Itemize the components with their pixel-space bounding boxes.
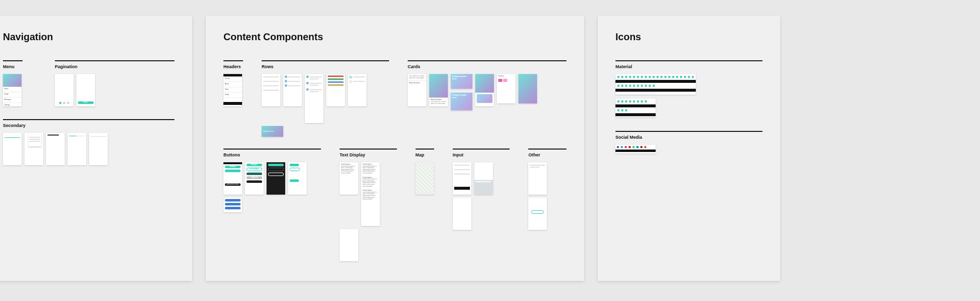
- thumb-rows-header-gradient[interactable]: Header Text: [262, 126, 283, 137]
- thumb-pagination-dots[interactable]: [55, 74, 74, 106]
- section-secondary: Secondary: [3, 119, 174, 165]
- thumb-text-3[interactable]: [340, 229, 358, 261]
- thumb-buttons-2[interactable]: PRIMARYSECONDARYDISABLED: [245, 162, 264, 195]
- thumb-pagination-button[interactable]: NEXT: [76, 74, 95, 106]
- panel-title-content: Content Components: [223, 31, 566, 43]
- thumb-buttons-dark[interactable]: [267, 162, 285, 195]
- thumb-rows-list[interactable]: [262, 74, 280, 106]
- thumb-rows-radio[interactable]: [348, 74, 367, 106]
- thumb-card-overlay[interactable]: [475, 74, 494, 106]
- thumb-secondary-1[interactable]: [3, 133, 22, 165]
- thumb-headers[interactable]: Section About Inbox Profile: [223, 74, 242, 106]
- thumb-buttons-pill[interactable]: [288, 162, 307, 195]
- section-pagination: Pagination NEXT: [55, 60, 174, 106]
- section-buttons: Buttons PRIMARYLINK WITH ICON » PRIMARYS…: [223, 149, 321, 212]
- section-material: Material: [615, 60, 762, 117]
- thumb-rows-colored[interactable]: [326, 74, 345, 106]
- thumb-rows-detail[interactable]: [305, 74, 323, 123]
- panel-content: Content Components Headers Section About…: [206, 16, 584, 281]
- section-label-menu: Menu: [3, 64, 23, 69]
- panel-title-icons: Icons: [615, 31, 762, 43]
- thumb-social[interactable]: [615, 145, 656, 153]
- thumb-card-gradient[interactable]: [518, 74, 537, 103]
- thumb-card-header-1[interactable]: A larger header here.: [451, 74, 472, 89]
- section-cards: Cards Your text here; use this space for…: [408, 60, 566, 110]
- thumb-card-text[interactable]: Your text here; use this space for a des…: [408, 74, 426, 106]
- thumb-card-image[interactable]: Name SurnameYour text here; use this spa…: [429, 74, 448, 106]
- thumb-input-blank[interactable]: [453, 198, 471, 230]
- thumb-secondary-4[interactable]: [68, 133, 86, 165]
- section-text: Text Display Lorem IpsumLorem ipsum dolo…: [340, 149, 397, 261]
- section-headers: Headers Section About Inbox Profile: [223, 60, 243, 106]
- thumb-card-preview[interactable]: Preview: [497, 74, 515, 103]
- section-map: Map: [416, 149, 434, 195]
- thumb-secondary-3[interactable]: [46, 133, 65, 165]
- thumb-menu[interactable]: Home Profile Messages Settings: [3, 74, 22, 106]
- thumb-buttons-blue[interactable]: [223, 198, 242, 212]
- thumb-secondary-5[interactable]: [89, 133, 108, 165]
- section-rows: Rows Header Text: [262, 60, 389, 137]
- thumb-other-2[interactable]: [528, 198, 547, 230]
- thumb-material-large[interactable]: [615, 74, 696, 95]
- thumb-text-2[interactable]: Lorem IpsumLorem ipsum dolor sit amet, c…: [361, 162, 380, 226]
- thumb-material-small[interactable]: [615, 99, 656, 117]
- section-label-pagination: Pagination: [55, 64, 174, 69]
- thumb-map[interactable]: [416, 162, 434, 195]
- thumb-input-form[interactable]: [453, 162, 471, 195]
- section-label-secondary: Secondary: [3, 123, 174, 128]
- thumb-text-1[interactable]: Lorem IpsumLorem ipsum dolor sit amet, c…: [340, 162, 358, 195]
- thumb-other-1[interactable]: [528, 162, 547, 195]
- section-other: Other: [528, 149, 566, 230]
- thumb-buttons-1[interactable]: PRIMARYLINK WITH ICON »: [223, 162, 242, 195]
- panel-navigation: Navigation Menu Home Profile Messages Se…: [0, 16, 192, 281]
- thumb-rows-avatar[interactable]: [283, 74, 302, 106]
- panel-title-navigation: Navigation: [3, 31, 174, 43]
- section-input: Input: [453, 149, 510, 230]
- thumb-input-keyboard[interactable]: [474, 162, 493, 195]
- section-menu: Menu Home Profile Messages Settings: [3, 60, 23, 106]
- thumb-secondary-2[interactable]: [24, 133, 43, 165]
- thumb-card-header-2[interactable]: A larger header here.: [451, 93, 472, 110]
- panel-icons: Icons Material Social Media: [598, 16, 780, 281]
- section-social: Social Media: [615, 131, 762, 153]
